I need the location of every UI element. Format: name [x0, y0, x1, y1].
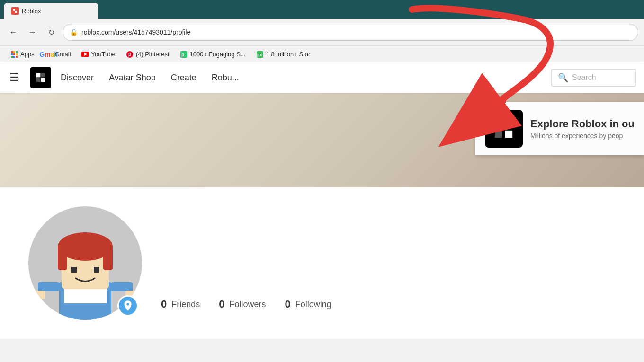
- tab-bar: Roblox: [0, 0, 644, 19]
- tab-label: Roblox: [22, 8, 41, 15]
- followers-stat: 0 Followers: [219, 298, 266, 310]
- friends-stat: 0 Friends: [161, 298, 200, 310]
- avatar-badge: [117, 295, 138, 316]
- youtube-label: YouTube: [91, 51, 116, 58]
- bookmark-gmail[interactable]: Gmail Gmail: [40, 49, 76, 60]
- svg-text:p: p: [128, 52, 131, 57]
- banner-text: Explore Roblox in ou Millions of experie…: [530, 118, 635, 140]
- bookmark-apps[interactable]: Apps: [6, 49, 39, 60]
- banner-title: Explore Roblox in ou: [530, 118, 635, 130]
- banner-popup: Explore Roblox in ou Millions of experie…: [475, 102, 644, 155]
- gmail-icon: Gmail: [45, 51, 53, 58]
- svg-rect-15: [505, 130, 512, 137]
- svg-rect-1: [15, 11, 17, 13]
- pinterest-icon: p: [126, 51, 134, 58]
- bookmark-pixlr[interactable]: px 1.8 million+ Stur: [251, 49, 315, 60]
- roblox-nav-links: Discover Avatar Shop Create Robu...: [61, 73, 239, 83]
- search-placeholder: Search: [572, 73, 596, 82]
- profile-stats: 0 Friends 0 Followers 0 Following: [161, 298, 331, 320]
- nav-robux[interactable]: Robu...: [212, 73, 239, 83]
- following-count: 0: [285, 298, 291, 310]
- gmail-label: Gmail: [55, 51, 71, 58]
- svg-rect-11: [41, 78, 45, 82]
- active-tab[interactable]: Roblox: [4, 3, 98, 19]
- tab-favicon: [11, 7, 19, 15]
- svg-rect-23: [103, 247, 113, 270]
- url-text: roblox.com/users/4157493011/profile: [81, 28, 190, 36]
- pixlr-icon: px: [256, 51, 264, 58]
- following-stat: 0 Following: [285, 298, 331, 310]
- svg-text:p: p: [181, 52, 184, 57]
- bookmark-pixabay[interactable]: p 1000+ Engaging S...: [175, 49, 250, 60]
- avatar-container: [28, 206, 142, 320]
- hamburger-menu[interactable]: ☰: [8, 70, 21, 86]
- bookmarks-bar: Apps Gmail Gmail YouTube p: [0, 45, 644, 62]
- roblox-search-bar[interactable]: 🔍 Search: [551, 69, 636, 87]
- pixlr-label: 1.8 million+ Stur: [266, 51, 311, 58]
- friends-count: 0: [161, 298, 167, 310]
- nav-bar: ← → ↻ 🔒 roblox.com/users/4157493011/prof…: [0, 19, 644, 45]
- browser-chrome: Roblox ← → ↻ 🔒 roblox.com/users/41574930…: [0, 0, 644, 62]
- roblox-logo: [30, 67, 51, 88]
- nav-avatar-shop[interactable]: Avatar Shop: [109, 73, 156, 83]
- address-bar[interactable]: 🔒 roblox.com/users/4157493011/profile: [63, 24, 638, 41]
- roblox-site: ☰ Discover Avatar Shop Create Robu... 🔍 …: [0, 62, 644, 362]
- banner-subtitle: Millions of experiences by peop: [530, 132, 635, 140]
- refresh-button[interactable]: ↻: [44, 25, 59, 40]
- pixabay-label: 1000+ Engaging S...: [190, 51, 246, 58]
- svg-rect-22: [58, 247, 67, 270]
- svg-rect-10: [36, 73, 40, 77]
- svg-rect-17: [505, 120, 512, 127]
- followers-count: 0: [219, 298, 224, 310]
- svg-rect-16: [495, 130, 502, 137]
- svg-rect-13: [41, 73, 45, 77]
- svg-rect-30: [36, 291, 45, 299]
- svg-point-24: [67, 248, 84, 259]
- roblox-header: ☰ Discover Avatar Shop Create Robu... 🔍 …: [0, 62, 644, 93]
- bookmark-pinterest[interactable]: p (4) Pinterest: [121, 49, 174, 60]
- friends-label: Friends: [171, 300, 200, 309]
- svg-rect-28: [38, 282, 59, 291]
- pixabay-icon: p: [180, 51, 188, 58]
- followers-label: Followers: [230, 300, 266, 309]
- nav-discover[interactable]: Discover: [61, 73, 94, 83]
- forward-button[interactable]: →: [25, 25, 40, 40]
- profile-section: 0 Friends 0 Followers 0 Following: [0, 187, 644, 339]
- svg-rect-27: [94, 267, 99, 273]
- svg-rect-0: [13, 9, 15, 11]
- svg-rect-14: [495, 120, 502, 127]
- following-label: Following: [295, 300, 331, 309]
- back-button[interactable]: ←: [6, 25, 21, 40]
- roblox-banner: Explore Roblox in ou Millions of experie…: [0, 93, 644, 187]
- svg-rect-29: [111, 282, 133, 291]
- svg-text:px: px: [257, 53, 262, 57]
- pinterest-label: (4) Pinterest: [136, 51, 170, 58]
- banner-roblox-icon: [485, 110, 523, 148]
- search-icon: 🔍: [558, 72, 568, 83]
- svg-rect-12: [36, 78, 40, 82]
- bookmark-youtube[interactable]: YouTube: [77, 49, 120, 60]
- nav-create[interactable]: Create: [171, 73, 197, 83]
- youtube-icon: [81, 51, 89, 58]
- svg-rect-26: [71, 267, 77, 273]
- lock-icon: 🔒: [70, 28, 78, 36]
- apps-label: Apps: [20, 51, 35, 58]
- apps-icon: [10, 51, 18, 58]
- svg-point-25: [86, 248, 103, 259]
